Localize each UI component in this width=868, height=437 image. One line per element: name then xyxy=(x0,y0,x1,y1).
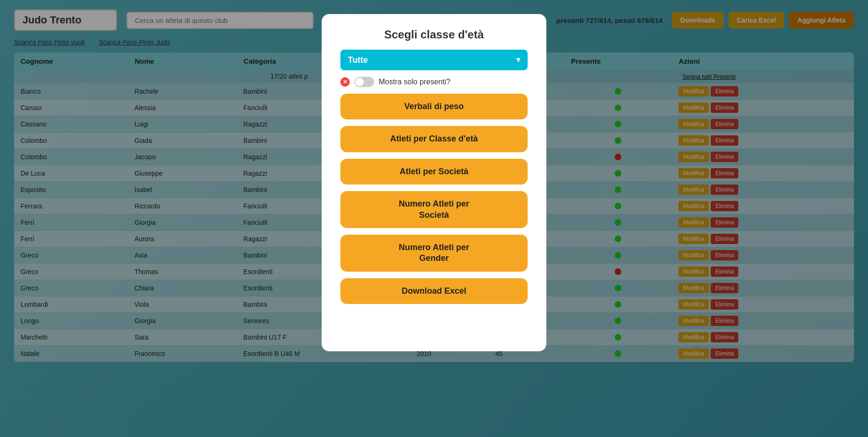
atleti-societa-button[interactable]: Atleti per Società xyxy=(340,159,528,185)
toggle-dot xyxy=(355,78,364,86)
atleti-classe-button[interactable]: Atleti per Classe d'età xyxy=(340,126,528,152)
modal-title: Scegli classe d'età xyxy=(384,28,484,41)
toggle-x-icon: ✕ xyxy=(340,77,350,87)
verbali-di-peso-button[interactable]: Verbali di peso xyxy=(340,94,528,119)
classe-eta-select[interactable]: Tutte Bambini Fanciulli Ragazzi Esordien… xyxy=(340,50,528,70)
num-atleti-societa-button[interactable]: Numero Atleti per Società xyxy=(340,191,528,228)
toggle-label: Mostra solo presenti? xyxy=(379,78,450,86)
classe-eta-select-wrapper: Tutte Bambini Fanciulli Ragazzi Esordien… xyxy=(340,50,528,70)
num-atleti-gender-button[interactable]: Numero Atleti per Gender xyxy=(340,235,528,272)
modal-dialog: Scegli classe d'età Tutte Bambini Fanciu… xyxy=(322,14,546,351)
download-excel-button[interactable]: Download Excel xyxy=(340,278,528,304)
modal-overlay[interactable]: Scegli classe d'età Tutte Bambini Fanciu… xyxy=(0,0,868,437)
toggle-button[interactable] xyxy=(354,77,374,87)
toggle-row: ✕ Mostra solo presenti? xyxy=(340,77,528,87)
